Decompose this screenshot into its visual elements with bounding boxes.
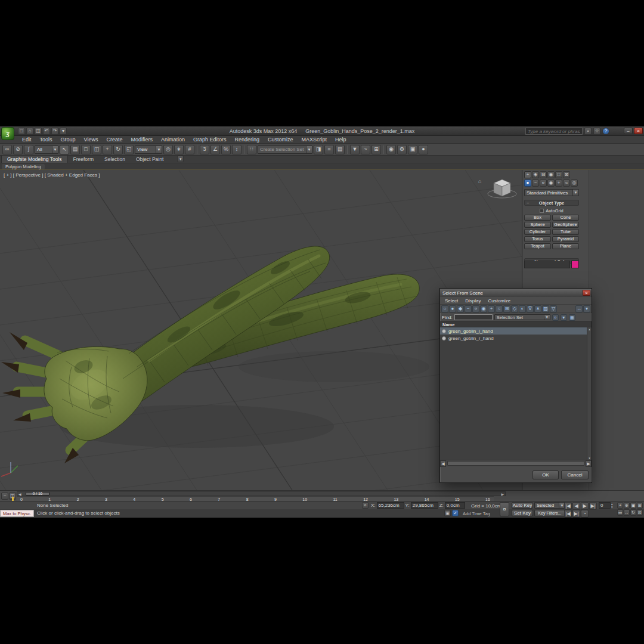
- transform-y-field[interactable]: 29,865cm: [411, 502, 438, 509]
- search-icon[interactable]: ⌕: [584, 128, 592, 135]
- frame-spin-down-icon[interactable]: ▾: [611, 506, 613, 509]
- scroll-left-icon[interactable]: ◀: [440, 460, 446, 467]
- current-frame-field[interactable]: 0: [599, 502, 611, 509]
- spinner-snap-icon[interactable]: ↕: [232, 145, 242, 154]
- minimize-button[interactable]: –: [624, 128, 633, 134]
- primitive-cone-button[interactable]: Cone: [552, 215, 579, 221]
- named-selection-set-dropdown[interactable]: Create Selection Set▼: [258, 145, 312, 154]
- quick-access-dropdown-icon[interactable]: ▾: [60, 128, 67, 135]
- material-editor-icon[interactable]: ◉: [386, 145, 396, 154]
- dialog-close-button[interactable]: ×: [583, 290, 590, 296]
- dialog-menu-select[interactable]: Select: [441, 298, 462, 304]
- window-crossing-icon[interactable]: ◫: [92, 145, 101, 154]
- display-cameras-icon[interactable]: ◉: [480, 305, 487, 312]
- schematic-view-icon[interactable]: ⊞: [371, 145, 381, 154]
- key-filter-selected-dropdown[interactable]: Selected▼: [534, 502, 565, 509]
- select-manipulate-icon[interactable]: ∗: [174, 145, 184, 154]
- primitive-plane-button[interactable]: Plane: [552, 243, 579, 249]
- go-to-end-button[interactable]: ▶|: [589, 502, 597, 510]
- select-by-name-icon[interactable]: ▤: [70, 145, 80, 154]
- dialog-title-bar[interactable]: Select From Scene ×: [440, 289, 592, 297]
- find-input[interactable]: [454, 314, 493, 320]
- time-slider-track[interactable]: ◀ 0 / 16 ▶: [17, 491, 506, 496]
- display-lights-icon[interactable]: ¤: [472, 305, 479, 312]
- list-horizontal-scrollbar[interactable]: ◀ ▶: [440, 460, 592, 466]
- select-rotate-icon[interactable]: ↻: [113, 145, 123, 154]
- key-filters-button[interactable]: Key Filters...: [534, 510, 565, 516]
- primitive-teapot-button[interactable]: Teapot: [524, 243, 551, 249]
- create-tab-icon[interactable]: +: [524, 171, 531, 178]
- menu-animation[interactable]: Animation: [157, 137, 189, 143]
- favorites-star-icon[interactable]: ☆: [593, 128, 600, 135]
- time-step-back-icon[interactable]: ◀: [18, 492, 21, 496]
- viewport-label[interactable]: [ + ] [ Perspective ] [ Shaded + Edged F…: [4, 172, 100, 178]
- shapes-category-icon[interactable]: ~: [532, 179, 539, 187]
- edit-named-selections-icon[interactable]: ∷: [247, 145, 256, 154]
- ribbon-tab-selection[interactable]: Selection: [99, 156, 131, 163]
- orbit-icon[interactable]: ↻: [630, 509, 636, 516]
- expand-tree-icon[interactable]: ▽: [550, 305, 557, 312]
- bind-spacewarp-icon[interactable]: ∫: [24, 145, 33, 154]
- snap-toggle-3d-icon[interactable]: 3: [200, 145, 209, 154]
- menu-tools[interactable]: Tools: [36, 137, 57, 143]
- save-icon[interactable]: ◫: [35, 128, 42, 135]
- primitive-sphere-button[interactable]: Sphere: [524, 222, 551, 228]
- motion-tab-icon[interactable]: ◉: [547, 171, 555, 178]
- angle-snap-icon[interactable]: ∠: [210, 145, 220, 154]
- display-helpers-icon[interactable]: +: [488, 305, 495, 312]
- maximize-viewport-icon[interactable]: ⊡: [637, 509, 643, 516]
- utilities-tab-icon[interactable]: ⊠: [563, 171, 570, 178]
- maxscript-mini-listener[interactable]: Max to Physc.: [0, 510, 34, 517]
- geometry-category-icon[interactable]: ●: [524, 179, 531, 187]
- selection-lock-toggle-icon[interactable]: ✓: [452, 510, 459, 516]
- menu-help[interactable]: Help: [331, 137, 351, 143]
- time-slider-handle[interactable]: 0 / 16: [26, 492, 49, 496]
- modify-tab-icon[interactable]: ◈: [532, 171, 539, 178]
- systems-category-icon[interactable]: ◎: [571, 179, 578, 187]
- transform-z-field[interactable]: 0,0cm: [445, 502, 465, 509]
- close-button[interactable]: ×: [634, 128, 643, 134]
- select-link-icon[interactable]: ∞: [2, 145, 12, 154]
- align-icon[interactable]: ≡: [324, 145, 334, 154]
- display-groups-icon[interactable]: ⊞: [503, 305, 510, 312]
- selection-set-dropdown[interactable]: Selection Set▼: [494, 314, 550, 320]
- autogrid-checkbox[interactable]: [540, 209, 544, 213]
- graphite-ribbon-toggle-icon[interactable]: ▼: [350, 145, 360, 154]
- pan-icon[interactable]: ↔: [624, 509, 630, 516]
- percent-snap-icon[interactable]: %: [221, 145, 231, 154]
- menu-create[interactable]: Create: [102, 137, 126, 143]
- hierarchy-tab-icon[interactable]: ⊟: [540, 171, 547, 178]
- display-tab-icon[interactable]: □: [555, 171, 562, 178]
- primitives-category-dropdown[interactable]: Standard Primitives▼: [524, 189, 579, 196]
- add-time-tag[interactable]: Add Time Tag: [463, 511, 490, 516]
- display-materials-icon[interactable]: ◐: [519, 305, 526, 312]
- sync-selection-icon[interactable]: ↔: [575, 305, 583, 312]
- mirror-icon[interactable]: ◨: [314, 145, 323, 154]
- primitive-torus-button[interactable]: Torus: [524, 236, 551, 242]
- primitive-box-button[interactable]: Box: [524, 215, 551, 221]
- previous-frame-button[interactable]: ◀: [572, 502, 580, 510]
- display-xrefs-icon[interactable]: ◇: [511, 305, 518, 312]
- 3dsmax-logo[interactable]: ʒ: [1, 127, 14, 140]
- scroll-up-icon[interactable]: ▴: [589, 327, 590, 331]
- display-shapes-icon[interactable]: ~: [465, 305, 472, 312]
- zoom-extents-all-icon[interactable]: ⊞: [637, 502, 643, 509]
- object-color-swatch[interactable]: [571, 261, 579, 268]
- ribbon-tab-graphite-modeling-tools[interactable]: Graphite Modeling Tools: [1, 155, 68, 163]
- filter-combinations-icon[interactable]: ▼: [561, 314, 567, 321]
- primitive-geosphere-button[interactable]: GeoSphere: [552, 222, 579, 228]
- scroll-right-icon[interactable]: ▶: [586, 460, 592, 467]
- rendered-frame-window-icon[interactable]: ▣: [408, 145, 417, 154]
- menu-rendering[interactable]: Rendering: [231, 137, 264, 143]
- ribbon-panel-polygon-modeling[interactable]: Polygon Modeling: [2, 164, 45, 169]
- configure-columns-icon[interactable]: ▦: [569, 314, 575, 321]
- infocenter-search-input[interactable]: [525, 128, 583, 135]
- primitive-pyramid-button[interactable]: Pyramid: [552, 236, 579, 242]
- display-all-icon[interactable]: ●: [449, 305, 456, 312]
- primitive-tube-button[interactable]: Tube: [552, 229, 579, 235]
- time-step-forward-icon[interactable]: ▶: [501, 492, 504, 496]
- display-bones-icon[interactable]: ∇: [527, 305, 534, 312]
- menu-edit[interactable]: Edit: [18, 137, 36, 143]
- primitive-cylinder-button[interactable]: Cylinder: [524, 229, 551, 235]
- display-none-icon[interactable]: ○: [441, 305, 448, 312]
